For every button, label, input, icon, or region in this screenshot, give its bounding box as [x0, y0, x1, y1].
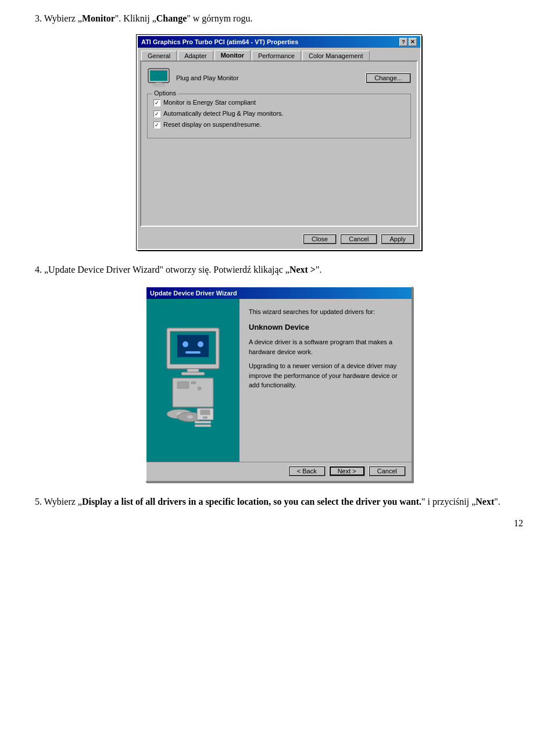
checkbox-reset-display[interactable]	[153, 122, 160, 129]
step3-change-bold: Change	[156, 13, 187, 23]
checkbox-autodetect[interactable]	[153, 110, 160, 117]
dialog2-container: Update Device Driver Wizard	[35, 286, 523, 482]
svg-rect-14	[191, 381, 196, 384]
svg-rect-11	[181, 372, 205, 375]
svg-rect-13	[177, 381, 189, 388]
checkbox-row-1: Automatically detect Plug & Play monitor…	[153, 110, 405, 117]
options-label: Options	[152, 90, 178, 97]
svg-rect-1	[150, 70, 167, 81]
cancel-wizard-button[interactable]: Cancel	[369, 466, 406, 476]
wizard-left-panel	[146, 299, 239, 462]
help-button[interactable]: ?	[399, 38, 407, 46]
svg-point-19	[187, 415, 193, 419]
tab-color-management[interactable]: Color Management	[302, 51, 370, 61]
checkbox-reset-display-label: Reset display on suspend/resume.	[163, 121, 262, 128]
step5-next-bold: Next	[475, 497, 494, 507]
checkbox-row-0: Monitor is Energy Star compliant	[153, 99, 405, 106]
step5-text: 5. Wybierz „Display a list of all driver…	[35, 495, 523, 509]
dialog1-body: Plug and Play Monitor Change... Options …	[140, 60, 418, 227]
svg-point-8	[198, 341, 203, 347]
step3-monitor-bold: Monitor	[82, 13, 115, 23]
wizard-bottom-buttons: < Back Next > Cancel	[146, 462, 412, 481]
wizard-content: This wizard searches for updated drivers…	[146, 299, 412, 462]
svg-point-15	[198, 387, 201, 390]
wizard-device-name: Unknown Device	[249, 322, 402, 333]
tab-general[interactable]: General	[141, 51, 177, 61]
page-content: 3. Wybierz „Monitor". Kliknij „Change" w…	[35, 12, 523, 509]
wizard-description-text: A device driver is a software program th…	[249, 337, 402, 356]
change-button[interactable]: Change...	[366, 73, 411, 83]
page-number: 12	[35, 518, 523, 529]
dialog1-bottom-buttons: Close Cancel Apply	[138, 229, 420, 249]
svg-rect-3	[153, 84, 164, 86]
monitor-icon	[147, 67, 170, 88]
wizard-dialog: Update Device Driver Wizard	[145, 286, 413, 482]
wizard-titlebar: Update Device Driver Wizard	[146, 287, 412, 299]
svg-rect-24	[195, 425, 211, 427]
checkbox-row-2: Reset display on suspend/resume.	[153, 121, 405, 129]
options-groupbox: Options Monitor is Energy Star compliant…	[147, 94, 411, 138]
step4-text: 4. „Update Device Driver Wizard" otworzy…	[35, 263, 523, 277]
dialog1-container: ATI Graphics Pro Turbo PCI (atim64 - VT)…	[35, 35, 523, 250]
checkbox-energy-star[interactable]	[153, 99, 160, 106]
checkbox-autodetect-label: Automatically detect Plug & Play monitor…	[163, 110, 284, 117]
wizard-title: Update Device Driver Wizard	[150, 290, 237, 297]
svg-rect-10	[187, 369, 199, 372]
tab-monitor[interactable]: Monitor	[214, 50, 251, 60]
svg-point-7	[183, 341, 188, 347]
svg-rect-6	[177, 335, 209, 357]
close-dialog-button[interactable]: Close	[303, 234, 337, 244]
cancel-dialog-button[interactable]: Cancel	[340, 234, 377, 244]
titlebar-buttons: ? ✕	[399, 38, 417, 46]
svg-rect-22	[203, 416, 208, 419]
tab-adapter[interactable]: Adapter	[178, 51, 213, 61]
wizard-upgrade-text: Upgrading to a newer version of a device…	[249, 361, 402, 390]
close-button[interactable]: ✕	[409, 38, 417, 46]
step4-next-bold: Next >	[289, 265, 316, 274]
ati-dialog-title: ATI Graphics Pro Turbo PCI (atim64 - VT)…	[141, 38, 399, 45]
dialog1-tabs: General Adapter Monitor Performance Colo…	[138, 48, 420, 60]
ati-dialog-titlebar: ATI Graphics Pro Turbo PCI (atim64 - VT)…	[138, 36, 420, 48]
ati-properties-dialog: ATI Graphics Pro Turbo PCI (atim64 - VT)…	[137, 35, 421, 250]
step3-text: 3. Wybierz „Monitor". Kliknij „Change" w…	[35, 12, 523, 26]
svg-rect-9	[185, 351, 201, 354]
back-button[interactable]: < Back	[288, 466, 326, 476]
svg-rect-21	[201, 410, 210, 415]
tab-performance[interactable]: Performance	[252, 51, 301, 61]
wizard-search-text: This wizard searches for updated drivers…	[249, 307, 402, 317]
next-button[interactable]: Next >	[329, 466, 365, 476]
monitor-row: Plug and Play Monitor Change...	[147, 67, 411, 88]
monitor-name-label: Plug and Play Monitor	[176, 74, 360, 81]
apply-dialog-button[interactable]: Apply	[381, 234, 414, 244]
computer-illustration-icon	[155, 322, 231, 438]
svg-rect-23	[195, 421, 211, 423]
checkbox-energy-star-label: Monitor is Energy Star compliant	[163, 99, 256, 106]
wizard-right-panel: This wizard searches for updated drivers…	[239, 299, 412, 462]
dialog1-empty-space	[147, 138, 411, 220]
step5-display-bold: Display a list of all drivers in a speci…	[82, 497, 421, 507]
svg-rect-2	[155, 83, 162, 84]
